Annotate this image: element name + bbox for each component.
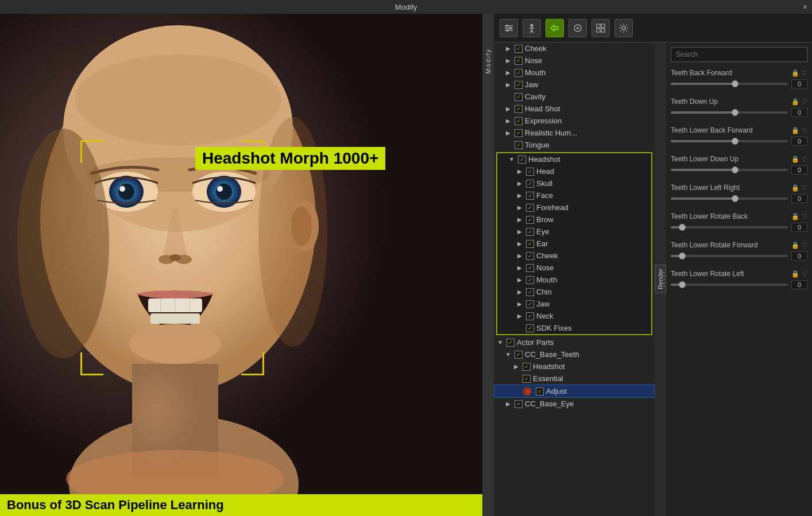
prop-value-input-3[interactable] (791, 165, 807, 174)
prop-value-input-6[interactable] (791, 251, 807, 261)
tree-item-hs-skull[interactable]: Skull (497, 177, 651, 189)
shape-button[interactable] (569, 19, 587, 37)
sliders-button[interactable] (500, 19, 518, 37)
check-hs-forehead[interactable] (526, 204, 534, 212)
check-expression[interactable] (515, 117, 523, 125)
heart-icon-6[interactable]: ♡ (802, 242, 807, 249)
check-jaw1[interactable] (515, 81, 523, 89)
grid-button[interactable] (591, 19, 610, 37)
check-hs-ear[interactable] (526, 240, 534, 248)
prop-slider-1[interactable] (671, 111, 788, 114)
check-cavity[interactable] (515, 93, 523, 101)
tree-item-teeth-adjust[interactable]: ⬤ Adjust (494, 385, 655, 398)
check-mouth1[interactable] (515, 69, 523, 77)
slider-thumb-0[interactable] (732, 80, 738, 87)
check-tongue[interactable] (515, 141, 523, 149)
tree-item-jaw1[interactable]: Jaw (494, 79, 655, 91)
tree-item-cavity[interactable]: Cavity (494, 91, 655, 103)
tree-item-hs-chin[interactable]: Chin (497, 286, 651, 298)
lock-icon-1[interactable]: 🔒 (791, 98, 799, 106)
heart-icon-5[interactable]: ♡ (802, 213, 807, 220)
lock-icon-0[interactable]: 🔒 (791, 69, 799, 77)
tree-item-hs-brow[interactable]: Brow (497, 214, 651, 226)
slider-thumb-4[interactable] (732, 195, 738, 202)
tree-item-cc-base-teeth[interactable]: CC_Base_Teeth (494, 348, 655, 360)
tree-item-hs-face[interactable]: Face (497, 189, 651, 201)
check-hs-sdk[interactable] (526, 324, 534, 332)
check-teeth-essential[interactable] (523, 375, 531, 383)
heart-icon-2[interactable]: ♡ (802, 127, 807, 134)
check-actor-parts[interactable] (506, 339, 515, 347)
figure-button[interactable] (523, 19, 541, 37)
check-hs-jaw[interactable] (526, 300, 534, 308)
tree-item-cheek1[interactable]: Cheek (494, 42, 655, 55)
check-hs-brow[interactable] (526, 216, 534, 224)
tree-item-tongue[interactable]: Tongue (494, 139, 655, 151)
check-realistic[interactable] (515, 129, 523, 137)
check-hs-eye[interactable] (526, 228, 534, 236)
check-nose1[interactable] (515, 57, 523, 65)
slider-thumb-7[interactable] (679, 281, 686, 288)
heart-icon-1[interactable]: ♡ (802, 98, 807, 106)
tree-item-hs-jaw[interactable]: Jaw (497, 298, 651, 310)
slider-thumb-6[interactable] (679, 253, 686, 259)
slider-thumb-3[interactable] (732, 166, 738, 173)
lock-icon-6[interactable]: 🔒 (791, 242, 799, 249)
lock-icon-4[interactable]: 🔒 (791, 184, 799, 192)
lock-icon-3[interactable]: 🔒 (791, 156, 799, 163)
tree-item-teeth-essential[interactable]: Essential (494, 373, 655, 385)
check-hs-face[interactable] (526, 192, 534, 200)
tree-item-hs-mouth[interactable]: Mouth (497, 274, 651, 286)
prop-slider-3[interactable] (671, 169, 788, 171)
slider-thumb-2[interactable] (732, 138, 738, 145)
check-hs-neck[interactable] (526, 312, 534, 320)
tree-item-headshot-group[interactable]: Headshot (497, 153, 651, 165)
prop-slider-4[interactable] (671, 197, 788, 200)
prop-value-input-1[interactable] (791, 108, 807, 117)
tree-item-hs-head[interactable]: Head (497, 165, 651, 177)
check-teeth-adjust-2[interactable] (536, 387, 544, 395)
tree-item-hs-nose[interactable]: Nose (497, 262, 651, 274)
slider-thumb-1[interactable] (732, 109, 738, 116)
lock-icon-5[interactable]: 🔒 (791, 213, 799, 220)
tree-item-cc-base-eye[interactable]: CC_Base_Eye (494, 398, 655, 410)
check-headshot-group[interactable] (518, 156, 526, 164)
check-hs-mouth[interactable] (526, 276, 534, 284)
check-hs-skull[interactable] (526, 180, 534, 188)
tree-item-actor-parts[interactable]: Actor Parts (494, 336, 655, 348)
heart-icon-4[interactable]: ♡ (802, 184, 807, 192)
prop-value-input-2[interactable] (791, 137, 807, 146)
check-hs-chin[interactable] (526, 288, 534, 296)
check-hs-cheek[interactable] (526, 252, 534, 260)
heart-icon-3[interactable]: ♡ (802, 156, 807, 163)
check-hs-nose[interactable] (526, 264, 534, 272)
tree-item-hs-forehead[interactable]: Forehead (497, 201, 651, 214)
prop-slider-2[interactable] (671, 140, 788, 142)
check-cheek1[interactable] (515, 45, 523, 53)
lock-icon-2[interactable]: 🔒 (791, 127, 799, 134)
tree-item-realistic[interactable]: Realistic Hum... (494, 127, 655, 139)
prop-slider-0[interactable] (671, 83, 788, 85)
check-teeth-adjust[interactable]: ⬤ (523, 387, 531, 395)
prop-value-input-7[interactable] (791, 280, 807, 289)
tree-item-hs-cheek[interactable]: Cheek (497, 250, 651, 262)
modify-tab[interactable]: Modify (482, 14, 494, 516)
prop-slider-5[interactable] (671, 226, 788, 228)
prop-value-input-4[interactable] (791, 194, 807, 203)
check-headshot-outer[interactable] (515, 105, 523, 113)
tree-item-teeth-headshot[interactable]: Headshot (494, 360, 655, 373)
search-input[interactable] (671, 47, 807, 62)
tree-item-hs-neck[interactable]: Neck (497, 310, 651, 322)
tree-item-nose1[interactable]: Nose (494, 55, 655, 67)
prop-slider-6[interactable] (671, 255, 788, 257)
check-cc-base-eye[interactable] (515, 400, 523, 408)
tree-item-mouth1[interactable]: Mouth (494, 67, 655, 79)
heart-icon-0[interactable]: ♡ (802, 69, 807, 77)
slider-thumb-5[interactable] (679, 224, 686, 231)
settings-button[interactable] (614, 19, 633, 37)
lock-icon-7[interactable]: 🔒 (791, 270, 799, 278)
morph-button[interactable] (546, 19, 564, 37)
tree-item-headshot-outer[interactable]: Head Shot (494, 103, 655, 115)
check-teeth-headshot[interactable] (523, 363, 531, 371)
prop-slider-7[interactable] (671, 284, 788, 286)
